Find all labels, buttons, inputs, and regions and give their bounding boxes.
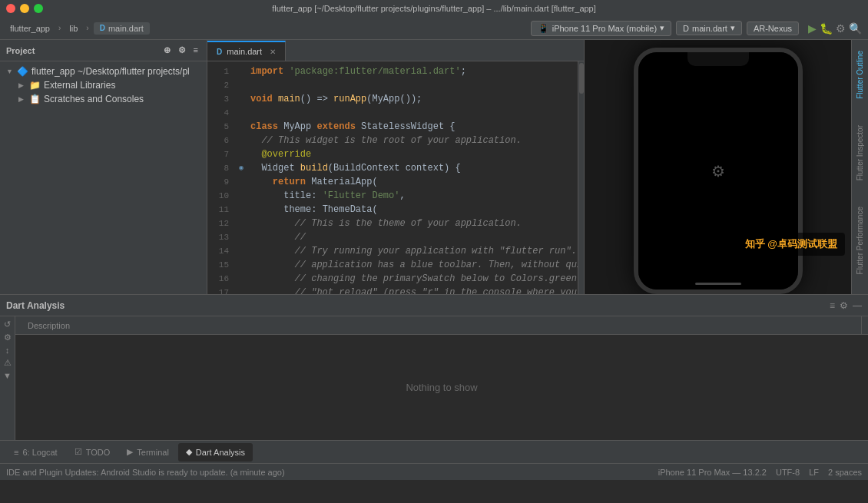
window-title: flutter_app [~/Desktop/flutter projects/… bbox=[6, 4, 862, 13]
gear-icon[interactable]: ≡ bbox=[191, 45, 200, 56]
code-line-13: 13 // bbox=[207, 230, 578, 244]
editor-scrollbar[interactable] bbox=[578, 61, 584, 294]
sync-icon[interactable]: ⚙ bbox=[176, 45, 188, 56]
analysis-empty-state: Nothing to show bbox=[15, 335, 868, 440]
right-side-panel: Flutter Outline Flutter Inspector Flutte… bbox=[851, 40, 868, 294]
analysis-content: ↺ ⚙ ↕ ⚠ ▼ Description Nothing to show bbox=[0, 316, 868, 440]
status-bar-right: iPhone 11 Pro Max — 13.2.2 UTF-8 LF 2 sp… bbox=[658, 468, 862, 477]
line-num-12: 12 bbox=[207, 217, 235, 230]
code-line-12: 12 // This is the theme of your applicat… bbox=[207, 217, 578, 230]
fold-icon-8[interactable]: ◉ bbox=[239, 161, 243, 175]
encoding: UTF-8 bbox=[776, 468, 800, 477]
editor-outer: 1 import 'package:flutter/material.dart'… bbox=[207, 61, 584, 294]
flutter-inspector-label[interactable]: Flutter Inspector bbox=[853, 121, 866, 185]
ar-nexus-button[interactable]: AR-Nexus bbox=[747, 22, 799, 35]
spaces: 2 spaces bbox=[828, 468, 862, 477]
line-num-8: 8 bbox=[207, 161, 235, 175]
line-num-15: 15 bbox=[207, 258, 235, 272]
analysis-error-icon[interactable]: ⚠ bbox=[4, 358, 12, 368]
code-line-7: 7 @override bbox=[207, 147, 578, 161]
code-line-3: 3 void main() => runApp(MyApp()); bbox=[207, 92, 578, 106]
phone-icon: 📱 bbox=[538, 23, 549, 34]
code-line-4: 4 bbox=[207, 106, 578, 120]
line-content-11: theme: ThemeData( bbox=[247, 203, 578, 217]
close-tab-icon[interactable]: ✕ bbox=[270, 48, 276, 56]
tab-logcat[interactable]: ≡ 6: Logcat bbox=[6, 443, 65, 462]
line-num-11: 11 bbox=[207, 203, 235, 217]
analysis-toolbar-icons: ≡ ⚙ — bbox=[830, 300, 862, 311]
line-num-5: 5 bbox=[207, 120, 235, 134]
window-controls[interactable] bbox=[6, 4, 43, 13]
code-line-8: 8 ◉ Widget build(BuildContext context) { bbox=[207, 161, 578, 175]
dart-icon-breadcrumb: D bbox=[100, 24, 105, 32]
sidebar-item-scratches[interactable]: ▶ 📋 Scratches and Consoles bbox=[0, 92, 207, 106]
minimize-button[interactable] bbox=[20, 4, 29, 13]
search-button[interactable]: 🔍 bbox=[849, 22, 862, 35]
breadcrumb-separator: › bbox=[58, 24, 61, 32]
tab-logcat-label: 6: Logcat bbox=[22, 448, 57, 457]
line-num-4: 4 bbox=[207, 106, 235, 120]
analysis-settings-icon[interactable]: ≡ bbox=[830, 300, 835, 311]
main-area: Project ⊕ ⚙ ≡ ▼ 🔷 flutter_app ~/Desktop/… bbox=[0, 40, 868, 294]
chevron-down-icon2: ▾ bbox=[731, 23, 735, 33]
dart-icon-tab: D bbox=[217, 48, 222, 56]
analysis-sort-icon[interactable]: ↕ bbox=[5, 346, 10, 355]
scrollbar-thumb[interactable] bbox=[579, 63, 584, 94]
tab-todo[interactable]: ☑ TODO bbox=[67, 443, 118, 462]
sidebar-item-label-scratch: Scratches and Consoles bbox=[44, 94, 144, 104]
line-num-14: 14 bbox=[207, 244, 235, 258]
analysis-close-icon[interactable]: — bbox=[853, 300, 862, 311]
code-editor: D main.dart ✕ 1 import 'package:flutter/… bbox=[207, 40, 584, 294]
code-area[interactable]: 1 import 'package:flutter/material.dart'… bbox=[207, 61, 578, 294]
line-content-16: // changing the primarySwatch below to C… bbox=[247, 272, 578, 286]
line-num-3: 3 bbox=[207, 92, 235, 106]
sidebar-toolbar: Project ⊕ ⚙ ≡ bbox=[0, 40, 207, 61]
analysis-refresh-icon[interactable]: ↺ bbox=[4, 319, 11, 329]
device-info: iPhone 11 Pro Max — 13.2.2 bbox=[658, 468, 767, 477]
maximize-button[interactable] bbox=[34, 4, 43, 13]
analysis-filter2-icon[interactable]: ▼ bbox=[3, 371, 12, 380]
line-gutter-8: ◉ bbox=[235, 161, 247, 175]
flutter-performance-label[interactable]: Flutter Performance bbox=[853, 202, 866, 279]
add-icon[interactable]: ⊕ bbox=[161, 45, 173, 56]
line-content-15: // application has a blue toolbar. Then,… bbox=[247, 258, 578, 272]
project-name[interactable]: flutter_app bbox=[6, 22, 54, 35]
analysis-gear-icon[interactable]: ⚙ bbox=[840, 300, 848, 311]
code-line-11: 11 theme: ThemeData( bbox=[207, 203, 578, 217]
editor-tab-main-dart[interactable]: D main.dart ✕ bbox=[207, 41, 286, 61]
line-num-1: 1 bbox=[207, 65, 235, 78]
sidebar: Project ⊕ ⚙ ≡ ▼ 🔷 flutter_app ~/Desktop/… bbox=[0, 40, 207, 294]
code-line-6: 6 // This widget is the root of your app… bbox=[207, 134, 578, 147]
sidebar-item-flutter-app[interactable]: ▼ 🔷 flutter_app ~/Desktop/flutter projec… bbox=[0, 65, 207, 78]
line-content-1: import 'package:flutter/material.dart'; bbox=[247, 65, 578, 78]
line-content-13: // bbox=[247, 230, 578, 244]
run-controls: ▶ 🐛 ⚙ 🔍 bbox=[808, 22, 862, 35]
line-content-10: title: 'Flutter Demo', bbox=[247, 189, 578, 203]
line-content-12: // This is the theme of your application… bbox=[247, 217, 578, 230]
run-button[interactable]: ▶ bbox=[808, 22, 817, 35]
debug-button[interactable]: 🐛 bbox=[820, 22, 833, 35]
lib-folder[interactable]: lib bbox=[65, 22, 81, 35]
col-description: Description bbox=[22, 316, 862, 334]
entry-point-label: main.dart bbox=[692, 24, 727, 33]
expand-arrow-libs: ▶ bbox=[18, 81, 26, 89]
analysis-filter-icon[interactable]: ⚙ bbox=[4, 333, 12, 343]
phone-notch bbox=[687, 52, 749, 66]
sidebar-toolbar-icons: ⊕ ⚙ ≡ bbox=[161, 45, 200, 56]
status-message: IDE and Plugin Updates: Android Studio i… bbox=[6, 468, 285, 477]
line-content-7: @override bbox=[247, 147, 578, 161]
tab-terminal[interactable]: ▶ Terminal bbox=[119, 443, 177, 462]
sidebar-item-external-libraries[interactable]: ▶ 📁 External Libraries bbox=[0, 78, 207, 92]
settings-button[interactable]: ⚙ bbox=[836, 22, 846, 35]
flutter-outline-label[interactable]: Flutter Outline bbox=[853, 46, 866, 104]
line-content-8: Widget build(BuildContext context) { bbox=[247, 161, 578, 175]
analysis-table: Description Nothing to show bbox=[15, 316, 868, 440]
device-button[interactable]: 📱 iPhone 11 Pro Max (mobile) ▾ bbox=[531, 21, 671, 36]
entry-point-button[interactable]: D main.dart ▾ bbox=[676, 21, 742, 35]
tab-dart-analysis[interactable]: ◆ Dart Analysis bbox=[178, 443, 253, 462]
line-num-6: 6 bbox=[207, 134, 235, 147]
close-button[interactable] bbox=[6, 4, 15, 13]
line-num-13: 13 bbox=[207, 230, 235, 244]
breadcrumb-file[interactable]: D main.dart bbox=[94, 22, 150, 35]
code-line-5: 5 class MyApp extends StatelessWidget { bbox=[207, 120, 578, 134]
